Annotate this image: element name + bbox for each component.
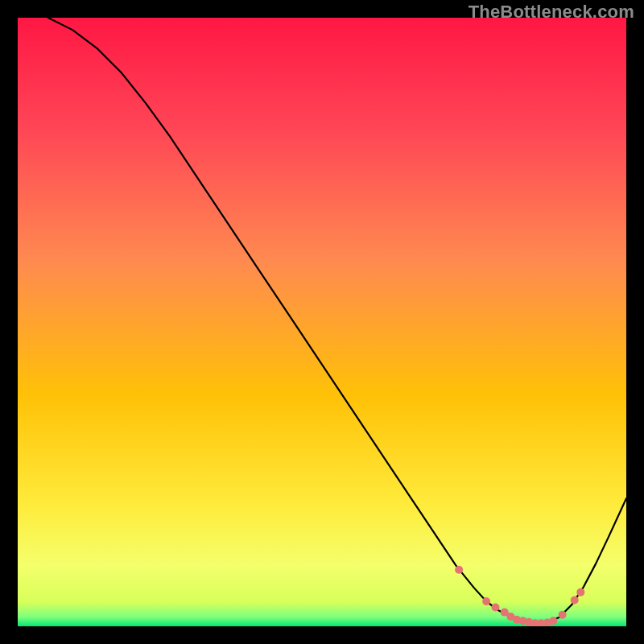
chart-frame: TheBottleneck.com <box>0 0 644 644</box>
watermark-text: TheBottleneck.com <box>469 2 634 23</box>
marker-dot <box>549 617 557 625</box>
marker-dot <box>482 597 490 605</box>
plot-svg <box>18 18 626 626</box>
marker-dot <box>576 588 584 597</box>
marker-dot <box>571 596 579 604</box>
marker-dot <box>491 604 499 612</box>
plot-area <box>18 18 626 626</box>
marker-dot <box>559 611 567 619</box>
marker-dot <box>455 566 463 574</box>
gradient-background <box>18 18 626 626</box>
